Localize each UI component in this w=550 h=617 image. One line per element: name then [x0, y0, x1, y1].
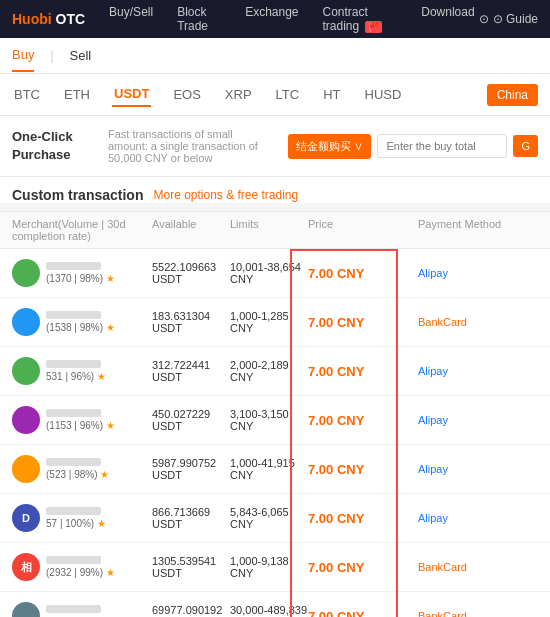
merchant-name-bar: [46, 458, 101, 466]
main-nav: Buy/Sell Block Trade Exchange Contract t…: [105, 0, 479, 43]
nav-contract[interactable]: Contract trading 🚩: [319, 0, 402, 43]
merchant-info: (1153 | 96%) ★: [46, 409, 115, 431]
header: Huobi OTC Buy/Sell Block Trade Exchange …: [0, 0, 550, 38]
avatar: 相: [12, 553, 40, 581]
merchant-cell: D57 | 100%) ★: [12, 504, 152, 532]
avatar: [12, 357, 40, 385]
price-cell: 7.00 CNY: [308, 462, 418, 477]
star-icon: ★: [97, 518, 106, 529]
merchant-info: (523 | 98%) ★: [46, 458, 109, 480]
currency-xrp[interactable]: XRP: [223, 83, 254, 106]
th-available: Available: [152, 218, 230, 242]
th-merchant: Merchant(Volume | 30d completion rate): [12, 218, 152, 242]
table-row[interactable]: (1153 | 96%) ★450.027229 USDT3,100-3,150…: [0, 396, 550, 445]
limits-cell: 1,000-9,138 CNY: [230, 555, 308, 579]
available-cell: 5987.990752 USDT: [152, 457, 230, 481]
merchant-name-bar: [46, 409, 101, 417]
one-click-label: One-ClickPurchase: [12, 128, 92, 164]
merchant-cell: (1153 | 96%) ★: [12, 406, 152, 434]
th-payment: Payment Method: [418, 218, 538, 242]
tab-sell[interactable]: Sell: [70, 40, 92, 71]
china-button[interactable]: China: [487, 84, 538, 106]
merchant-name-bar: [46, 262, 101, 270]
table-row[interactable]: D57 | 100%) ★866.713669 USDT5,843-6,065 …: [0, 494, 550, 543]
custom-title: Custom transaction: [12, 187, 143, 203]
available-cell: 1305.539541 USDT: [152, 555, 230, 579]
payment-method-cell[interactable]: Alipay: [418, 463, 538, 475]
th-limits: Limits: [230, 218, 308, 242]
tab-buy[interactable]: Buy: [12, 39, 34, 72]
merchant-info: (1370 | 98%) ★: [46, 262, 115, 284]
price-cell: 7.00 CNY: [308, 609, 418, 617]
limits-cell: 10,001-38,654 CNY: [230, 261, 308, 285]
merchant-stats: (1153 | 96%) ★: [46, 420, 115, 431]
table-row[interactable]: (1370 | 98%) ★5522.109663 USDT10,001-38,…: [0, 249, 550, 298]
avatar: D: [12, 504, 40, 532]
buy-total-input[interactable]: [377, 134, 507, 158]
avatar: [12, 259, 40, 287]
amount-select-btn[interactable]: 结金额购买 ∨: [288, 134, 371, 159]
price-cell: 7.00 CNY: [308, 413, 418, 428]
available-cell: 183.631304 USDT: [152, 310, 230, 334]
one-click-desc: Fast transactions of small amount: a sin…: [108, 128, 272, 164]
limits-cell: 1,000-41,915 CNY: [230, 457, 308, 481]
table-row[interactable]: (523 | 98%) ★5987.990752 USDT1,000-41,91…: [0, 445, 550, 494]
currency-eos[interactable]: EOS: [171, 83, 202, 106]
tab-bar: Buy | Sell: [0, 38, 550, 74]
currency-usdt[interactable]: USDT: [112, 82, 151, 107]
star-icon: ★: [106, 420, 115, 431]
guide-btn[interactable]: ⊙ ⊙ Guide: [479, 12, 538, 26]
table-body: (1370 | 98%) ★5522.109663 USDT10,001-38,…: [0, 249, 550, 617]
merchant-info: (2932 | 99%) ★: [46, 556, 115, 578]
star-icon: ★: [97, 371, 106, 382]
currency-bar: BTC ETH USDT EOS XRP LTC HT HUSD China: [0, 74, 550, 116]
merchant-name-bar: [46, 556, 101, 564]
merchant-cell: 531 | 96%) ★: [12, 357, 152, 385]
payment-method-cell[interactable]: Alipay: [418, 414, 538, 426]
nav-blocktrade[interactable]: Block Trade: [173, 0, 225, 43]
go-button[interactable]: G: [513, 135, 538, 157]
merchant-cell: 相(2932 | 99%) ★: [12, 553, 152, 581]
table-row[interactable]: (1538 | 98%) ★183.631304 USDT1,000-1,285…: [0, 298, 550, 347]
available-cell: 69977.090192 USDT: [152, 604, 230, 617]
price-cell: 7.00 CNY: [308, 560, 418, 575]
merchant-stats: 57 | 100%) ★: [46, 518, 106, 529]
star-icon: ★: [106, 273, 115, 284]
price-cell: 7.00 CNY: [308, 315, 418, 330]
table-row[interactable]: 384 | 98%) ★69977.090192 USDT30,000-489,…: [0, 592, 550, 617]
currency-ht[interactable]: HT: [321, 83, 342, 106]
price-cell: 7.00 CNY: [308, 511, 418, 526]
table-row[interactable]: 531 | 96%) ★312.722441 USDT2,000-2,189 C…: [0, 347, 550, 396]
custom-section: Custom transaction More options & free t…: [0, 177, 550, 203]
payment-method-cell[interactable]: Alipay: [418, 365, 538, 377]
merchant-name-bar: [46, 311, 101, 319]
table-header: Merchant(Volume | 30d completion rate) A…: [0, 211, 550, 249]
table-row[interactable]: 相(2932 | 99%) ★1305.539541 USDT1,000-9,1…: [0, 543, 550, 592]
available-cell: 450.027229 USDT: [152, 408, 230, 432]
star-icon: ★: [106, 322, 115, 333]
merchant-cell: (1538 | 98%) ★: [12, 308, 152, 336]
currency-ltc[interactable]: LTC: [274, 83, 302, 106]
price-cell: 7.00 CNY: [308, 266, 418, 281]
limits-cell: 3,100-3,150 CNY: [230, 408, 308, 432]
currency-husd[interactable]: HUSD: [363, 83, 404, 106]
contract-badge: 🚩: [365, 21, 382, 33]
nav-exchange[interactable]: Exchange: [241, 0, 302, 43]
available-cell: 5522.109663 USDT: [152, 261, 230, 285]
payment-method-cell[interactable]: BankCard: [418, 561, 538, 573]
currency-eth[interactable]: ETH: [62, 83, 92, 106]
nav-download[interactable]: Download: [417, 0, 478, 43]
guide-icon: ⊙: [479, 12, 489, 26]
payment-method-cell[interactable]: Alipay: [418, 512, 538, 524]
star-icon: ★: [106, 567, 115, 578]
nav-buysell[interactable]: Buy/Sell: [105, 0, 157, 43]
custom-subtitle[interactable]: More options & free trading: [153, 188, 298, 202]
available-cell: 866.713669 USDT: [152, 506, 230, 530]
merchant-stats: (2932 | 99%) ★: [46, 567, 115, 578]
merchant-stats: (1538 | 98%) ★: [46, 322, 115, 333]
one-click-section: One-ClickPurchase Fast transactions of s…: [0, 116, 550, 177]
payment-method-cell[interactable]: Alipay: [418, 267, 538, 279]
payment-method-cell[interactable]: BankCard: [418, 610, 538, 617]
currency-btc[interactable]: BTC: [12, 83, 42, 106]
payment-method-cell[interactable]: BankCard: [418, 316, 538, 328]
